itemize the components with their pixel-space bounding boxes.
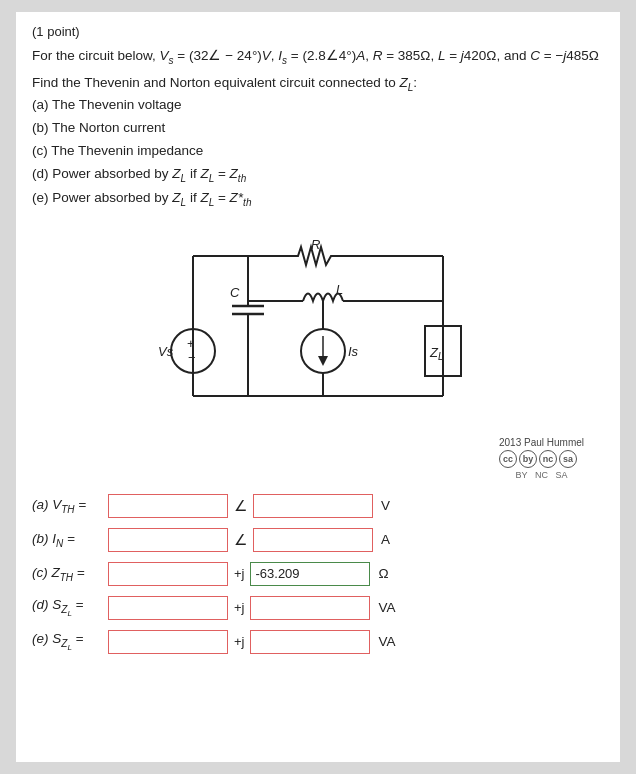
- answer-row-a: (a) VTH = ∠ V: [32, 494, 604, 518]
- plusj-d: +j: [234, 600, 244, 615]
- input-a-angle[interactable]: [253, 494, 373, 518]
- sub-items: (a) The Thevenin voltage (b) The Norton …: [32, 94, 604, 210]
- point-label: (1 point): [32, 24, 604, 39]
- copyright-area: 2013 Paul Hummel cc by nc sa BY NC SA: [32, 437, 604, 480]
- page: (1 point) For the circuit below, Vs = (3…: [16, 12, 620, 762]
- svg-text:+: +: [187, 336, 195, 351]
- plusj-c: +j: [234, 566, 244, 581]
- sa-icon: sa: [559, 450, 577, 468]
- circuit-diagram: C R L ZL: [32, 221, 604, 431]
- svg-text:ZL: ZL: [429, 345, 444, 362]
- nc-icon: nc: [539, 450, 557, 468]
- input-a-magnitude[interactable]: [108, 494, 228, 518]
- unit-b: A: [381, 532, 390, 547]
- copyright-text: 2013 Paul Hummel: [499, 437, 584, 448]
- unit-a: V: [381, 498, 390, 513]
- unit-c: Ω: [378, 566, 388, 581]
- answer-row-e: (e) SZL = +j VA: [32, 630, 604, 654]
- input-c-imag[interactable]: [250, 562, 370, 586]
- cc-icon: cc: [499, 450, 517, 468]
- svg-text:−: −: [188, 350, 196, 365]
- input-d-real[interactable]: [108, 596, 228, 620]
- label-d: (d) SZL =: [32, 597, 104, 618]
- angle-symbol-a: ∠: [234, 497, 247, 515]
- unit-d: VA: [378, 600, 395, 615]
- problem-text: For the circuit below, Vs = (32∠ − 24°)V…: [32, 45, 604, 69]
- angle-symbol-b: ∠: [234, 531, 247, 549]
- label-c: (c) ZTH =: [32, 565, 104, 583]
- svg-text:Is: Is: [348, 344, 359, 359]
- input-d-imag[interactable]: [250, 596, 370, 620]
- input-e-imag[interactable]: [250, 630, 370, 654]
- svg-text:C: C: [230, 285, 240, 300]
- input-c-real[interactable]: [108, 562, 228, 586]
- label-e: (e) SZL =: [32, 631, 104, 652]
- label-a: (a) VTH =: [32, 497, 104, 515]
- cc-labels: BY NC SA: [499, 470, 584, 480]
- answer-row-b: (b) IN = ∠ A: [32, 528, 604, 552]
- unit-e: VA: [378, 634, 395, 649]
- svg-marker-21: [318, 356, 328, 366]
- input-e-real[interactable]: [108, 630, 228, 654]
- find-text: Find the Thevenin and Norton equivalent …: [32, 75, 604, 93]
- label-b: (b) IN =: [32, 531, 104, 549]
- input-b-magnitude[interactable]: [108, 528, 228, 552]
- svg-text:Vs: Vs: [158, 344, 174, 359]
- by-icon: by: [519, 450, 537, 468]
- plusj-e: +j: [234, 634, 244, 649]
- answer-row-d: (d) SZL = +j VA: [32, 596, 604, 620]
- answer-row-c: (c) ZTH = +j Ω: [32, 562, 604, 586]
- input-b-angle[interactable]: [253, 528, 373, 552]
